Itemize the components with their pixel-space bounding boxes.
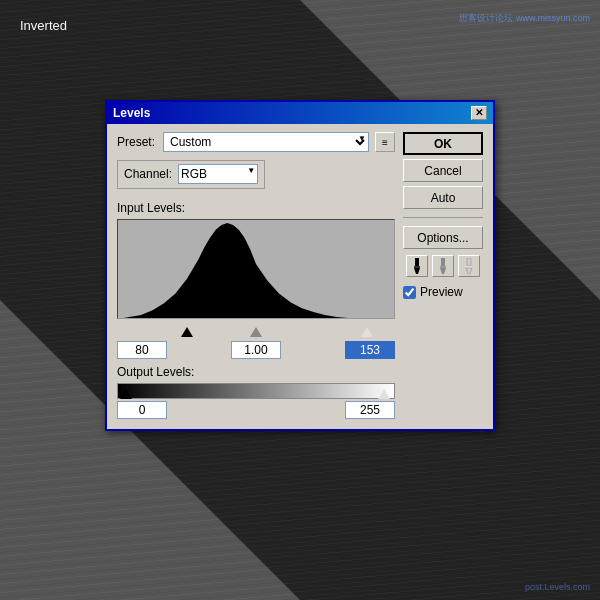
channel-select[interactable]: RGB (178, 164, 258, 184)
eyedropper-row (403, 255, 483, 277)
gray-eyedropper-button[interactable] (432, 255, 454, 277)
menu-icon: ≡ (382, 137, 388, 148)
channel-label: Channel: (124, 167, 172, 181)
channel-box: Channel: RGB (117, 160, 265, 189)
channel-row: Channel: RGB (117, 160, 395, 195)
auto-button[interactable]: Auto (403, 186, 483, 209)
histogram-svg (118, 220, 394, 318)
close-icon: ✕ (475, 108, 483, 118)
dialog-body: Preset: Custom ≡ Channel: (107, 124, 493, 429)
histogram-area (117, 219, 395, 319)
gray-slider-triangle[interactable] (250, 327, 262, 337)
preview-checkbox[interactable] (403, 286, 416, 299)
channel-select-wrapper: RGB (178, 164, 258, 184)
preset-select[interactable]: Custom (163, 132, 369, 152)
output-levels-label: Output Levels: (117, 365, 395, 379)
svg-marker-3 (414, 268, 420, 274)
input-slider-container[interactable] (117, 319, 395, 337)
black-slider-triangle[interactable] (181, 327, 193, 337)
output-black-triangle[interactable] (120, 389, 132, 399)
separator (403, 217, 483, 218)
levels-dialog: Levels ✕ Preset: Custom ≡ (105, 100, 495, 431)
output-section: Output Levels: (117, 365, 395, 419)
ok-button[interactable]: OK (403, 132, 483, 155)
svg-rect-7 (467, 258, 471, 266)
svg-marker-9 (466, 268, 472, 274)
preset-menu-button[interactable]: ≡ (375, 132, 395, 152)
black-eyedropper-icon (410, 258, 424, 274)
input-levels-label: Input Levels: (117, 201, 395, 215)
watermark-bottom-right: post.Levels.com (525, 582, 590, 592)
output-max-field[interactable] (345, 401, 395, 419)
dialog-titlebar: Levels ✕ (107, 102, 493, 124)
dialog-right: OK Cancel Auto Options... (403, 132, 483, 419)
input-min-field[interactable] (117, 341, 167, 359)
output-values-row (117, 401, 395, 419)
background: Inverted 思客设计论坛 www.missyun.com Levels ✕… (0, 0, 600, 600)
gray-eyedropper-icon (436, 258, 450, 274)
options-button[interactable]: Options... (403, 226, 483, 249)
output-white-triangle[interactable] (378, 389, 390, 399)
svg-rect-2 (414, 266, 420, 268)
preset-label: Preset: (117, 135, 157, 149)
dialog-left: Preset: Custom ≡ Channel: (117, 132, 395, 419)
input-max-field[interactable] (345, 341, 395, 359)
output-min-field[interactable] (117, 401, 167, 419)
dialog-title: Levels (113, 106, 150, 120)
preview-label: Preview (420, 285, 463, 299)
preview-row: Preview (403, 285, 483, 299)
cancel-button[interactable]: Cancel (403, 159, 483, 182)
watermark-top-right: 思客设计论坛 www.missyun.com (459, 12, 590, 25)
preset-row: Preset: Custom ≡ (117, 132, 395, 152)
preset-select-wrapper: Custom (163, 132, 369, 152)
svg-rect-1 (415, 258, 419, 266)
inverted-label: Inverted (20, 18, 67, 33)
black-eyedropper-button[interactable] (406, 255, 428, 277)
input-mid-field[interactable] (231, 341, 281, 359)
white-slider-triangle[interactable] (361, 327, 373, 337)
svg-rect-4 (441, 258, 445, 266)
svg-rect-8 (466, 266, 472, 268)
close-button[interactable]: ✕ (471, 106, 487, 120)
white-eyedropper-button[interactable] (458, 255, 480, 277)
output-slider-track[interactable] (117, 383, 395, 399)
svg-rect-5 (440, 266, 446, 268)
white-eyedropper-icon (462, 258, 476, 274)
svg-marker-6 (440, 268, 446, 274)
input-values-row (117, 341, 395, 359)
